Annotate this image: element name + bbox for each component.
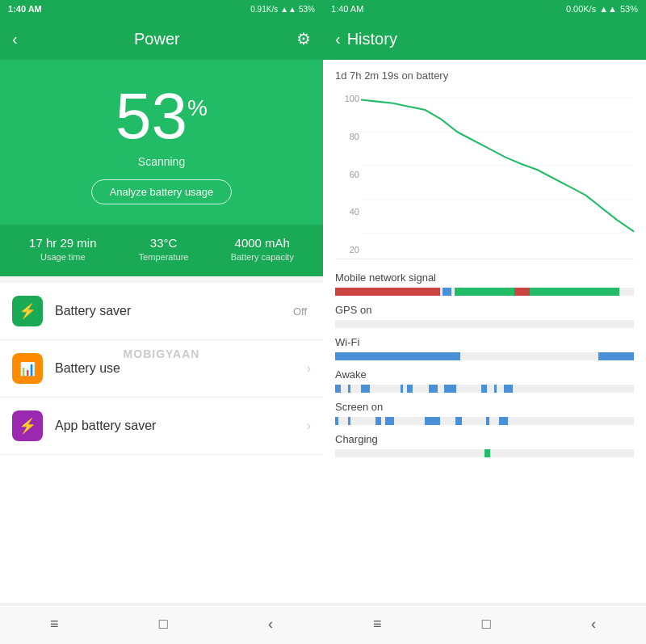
battery-saver-label: Battery saver [55, 304, 293, 318]
signal-icon: ▲▲ [280, 5, 296, 14]
screen-on-label: Screen on [335, 401, 634, 413]
y-label-80: 80 [335, 132, 359, 141]
right-panel: 1:40 AM 0.00K/s ▲▲ 53% ‹ History 1d 7h 2… [323, 0, 646, 644]
charging-bar [335, 449, 634, 457]
charging-label: Charging [335, 433, 634, 445]
battery-use-chevron: › [307, 361, 311, 376]
app-battery-saver-item[interactable]: ⚡ App battery saver › [0, 398, 323, 455]
menu-nav-button[interactable]: ≡ [42, 608, 67, 641]
menu-list: ⚡ Battery saver Off 📊 Battery use › ⚡ Ap… [0, 283, 323, 604]
right-top-bar: ‹ History [323, 18, 646, 60]
right-battery-icon: 53% [620, 4, 638, 14]
app-battery-saver-chevron: › [307, 419, 311, 433]
temperature-value: 33°C [139, 236, 189, 250]
chart-y-axis: 100 80 60 40 20 [335, 90, 359, 259]
right-signal-icon: ▲▲ [599, 4, 617, 14]
battery-icon: 53% [299, 5, 315, 14]
left-status-bar: 1:40 AM 0.91K/s ▲▲ 53% [0, 0, 323, 18]
usage-time-label: Usage time [29, 252, 96, 262]
home-nav-button[interactable]: □ [151, 608, 176, 641]
temperature-label: Temperature [139, 252, 189, 262]
y-label-100: 100 [335, 94, 359, 103]
mobile-network-section: Mobile network signal [335, 271, 634, 296]
right-time: 1:40 AM [331, 4, 363, 14]
scanning-label: Scanning [138, 155, 185, 168]
usage-time-value: 17 hr 29 min [29, 236, 96, 250]
mobile-network-bar [335, 288, 634, 296]
awake-label: Awake [335, 368, 634, 381]
temperature-stat: 33°C Temperature [139, 236, 189, 262]
wifi-section: Wi-Fi [335, 336, 634, 360]
wifi-bar [335, 352, 634, 360]
gps-bar [335, 320, 634, 328]
y-label-40: 40 [335, 207, 359, 217]
usage-time-stat: 17 hr 29 min Usage time [29, 236, 96, 262]
battery-saver-icon: ⚡ [12, 296, 43, 326]
analyze-battery-button[interactable]: Analyze battery usage [91, 179, 233, 204]
right-speed: 0.00K/s [566, 4, 596, 14]
left-top-bar: ‹ Power ⚙ [0, 18, 323, 60]
y-label-20: 20 [335, 245, 359, 255]
right-back-nav-button[interactable]: ‹ [583, 608, 604, 641]
left-panel: 1:40 AM 0.91K/s ▲▲ 53% ‹ Power ⚙ 53% Sca… [0, 0, 323, 644]
battery-use-icon: 📊 [12, 353, 43, 384]
left-time: 1:40 AM [8, 4, 42, 14]
right-home-nav-button[interactable]: □ [474, 608, 499, 641]
right-bottom-nav: ≡ □ ‹ [323, 604, 646, 644]
battery-percentage: 53% [115, 84, 208, 149]
battery-saver-item[interactable]: ⚡ Battery saver Off [0, 283, 323, 340]
screen-on-bar [335, 417, 634, 425]
chart-svg-container [361, 90, 634, 259]
y-label-60: 60 [335, 170, 359, 179]
battery-stats: 17 hr 29 min Usage time 33°C Temperature… [0, 225, 323, 276]
capacity-value: 4000 mAh [231, 236, 294, 250]
charging-section: Charging [335, 433, 634, 457]
gps-label: GPS on [335, 304, 634, 316]
page-title: Power [134, 30, 180, 48]
mobile-network-label: Mobile network signal [335, 271, 634, 284]
awake-section: Awake [335, 368, 634, 393]
right-status-bar: 1:40 AM 0.00K/s ▲▲ 53% [323, 0, 646, 18]
back-button[interactable]: ‹ [12, 30, 18, 48]
battery-use-label: Battery use [55, 361, 307, 376]
app-battery-saver-label: App battery saver [55, 419, 307, 433]
left-status-icons: 0.91K/s ▲▲ 53% [250, 5, 315, 14]
right-back-button[interactable]: ‹ [335, 30, 341, 48]
capacity-stat: 4000 mAh Battery capacity [231, 236, 294, 262]
battery-hero: 53% Scanning Analyze battery usage [0, 60, 323, 225]
history-content: 1d 7h 2m 19s on battery 100 80 60 40 20 [323, 60, 646, 604]
settings-icon[interactable]: ⚙ [296, 29, 311, 48]
app-battery-saver-icon: ⚡ [12, 410, 43, 441]
speed-indicator: 0.91K/s [250, 5, 278, 14]
awake-bar [335, 385, 634, 393]
left-bottom-nav: ≡ □ ‹ [0, 604, 323, 644]
back-nav-button[interactable]: ‹ [260, 608, 281, 641]
right-menu-nav-button[interactable]: ≡ [365, 608, 390, 641]
battery-chart: 100 80 60 40 20 [335, 90, 634, 259]
gps-section: GPS on [335, 304, 634, 328]
battery-use-item[interactable]: 📊 Battery use › [0, 340, 323, 398]
screen-on-section: Screen on [335, 401, 634, 425]
right-status-icons: 0.00K/s ▲▲ 53% [566, 4, 638, 14]
battery-saver-badge: Off [293, 305, 307, 318]
right-page-title: History [347, 30, 397, 48]
history-subtitle: 1d 7h 2m 19s on battery [335, 69, 634, 82]
capacity-label: Battery capacity [231, 252, 294, 262]
wifi-label: Wi-Fi [335, 336, 634, 348]
